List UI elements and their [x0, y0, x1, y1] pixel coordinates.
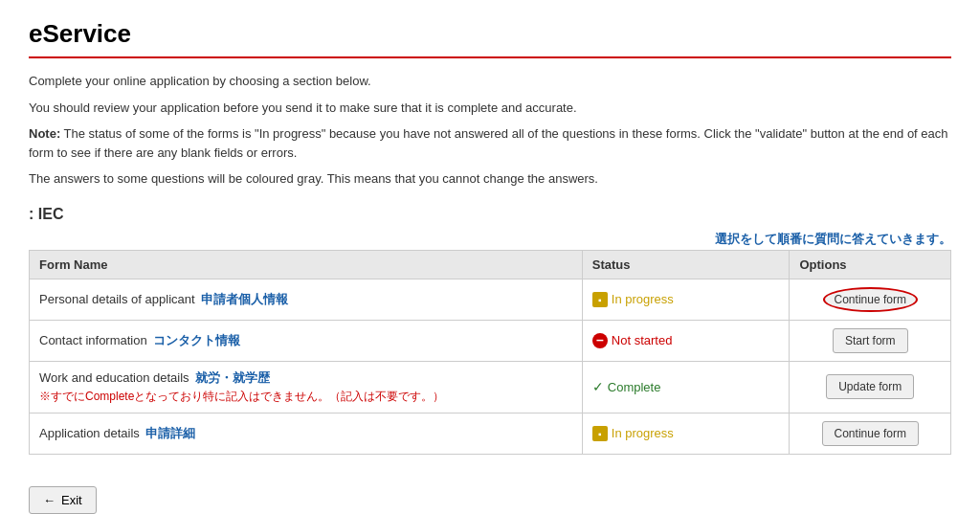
- col-header-options: Options: [790, 250, 951, 279]
- status-cell: ✓ Complete: [582, 361, 790, 413]
- page-title: eService: [29, 19, 951, 58]
- form-action-button[interactable]: Start form: [833, 328, 908, 353]
- col-header-status: Status: [582, 250, 790, 279]
- status-label: In progress: [612, 292, 674, 306]
- status-icon-inprogress: ▪: [592, 426, 608, 441]
- table-row: Work and education details就労・就学歴※すでにComp…: [30, 361, 951, 413]
- status-badge: ▪ In progress: [592, 426, 780, 441]
- form-name-cell: Work and education details就労・就学歴※すでにComp…: [30, 361, 583, 413]
- continue-form-button-highlighted[interactable]: Continue form: [823, 287, 918, 312]
- status-badge: ▪ In progress: [592, 292, 780, 307]
- form-name-jp: 申請者個人情報: [201, 292, 288, 306]
- status-badge: – Not started: [592, 333, 780, 348]
- status-icon-inprogress: ▪: [592, 292, 608, 307]
- form-name-cell: Contact informationコンタクト情報: [30, 320, 583, 361]
- status-badge: ✓ Complete: [592, 379, 780, 394]
- form-name-en: Personal details of applicant: [39, 292, 195, 306]
- status-icon-complete: ✓: [592, 379, 604, 394]
- grey-note: The answers to some questions will be co…: [29, 169, 951, 189]
- note-label: Note:: [29, 126, 60, 141]
- table-row: Contact informationコンタクト情報 – Not started…: [30, 320, 951, 361]
- exit-label: Exit: [61, 493, 82, 507]
- status-label: Not started: [612, 333, 673, 347]
- form-action-button[interactable]: Update form: [826, 374, 914, 399]
- status-label: In progress: [612, 426, 674, 440]
- status-icon-notstarted: –: [592, 333, 608, 348]
- status-label: Complete: [608, 380, 661, 394]
- form-name-jp: コンタクト情報: [153, 333, 240, 347]
- form-name-en: Work and education details: [39, 370, 189, 385]
- section-title: : IEC: [29, 206, 951, 223]
- intro-text-2: You should review your application befor…: [29, 99, 951, 118]
- form-name-jp: 就労・就学歴: [195, 370, 270, 385]
- forms-table: Form Name Status Options Personal detail…: [29, 250, 951, 455]
- form-name-cell: Personal details of applicant申請者個人情報: [30, 279, 583, 320]
- intro-text-1: Complete your online application by choo…: [29, 72, 951, 91]
- status-cell: – Not started: [582, 320, 790, 361]
- form-name-jp: 申請詳細: [145, 426, 195, 440]
- form-name-cell: Application details申請詳細: [30, 413, 583, 454]
- exit-arrow-icon: ←: [43, 493, 56, 507]
- note-body: The status of some of the forms is "In p…: [29, 126, 948, 160]
- table-row: Personal details of applicant申請者個人情報 ▪ I…: [30, 279, 951, 320]
- options-cell: Continue form: [790, 279, 951, 320]
- instruction-hint: 選択をして順番に質問に答えていきます。: [29, 231, 951, 248]
- status-cell: ▪ In progress: [582, 413, 790, 454]
- form-name-en: Contact information: [39, 333, 147, 347]
- options-cell: Start form: [790, 320, 951, 361]
- note-text: Note: The status of some of the forms is…: [29, 124, 951, 162]
- exit-button[interactable]: ← Exit: [29, 486, 97, 514]
- options-cell: Update form: [790, 361, 951, 413]
- status-cell: ▪ In progress: [582, 279, 790, 320]
- options-cell: Continue form: [790, 413, 951, 454]
- form-name-en: Application details: [39, 426, 140, 440]
- form-note-jp: ※すでにCompleteとなっており特に記入はできません。（記入は不要です。）: [39, 389, 572, 405]
- col-header-form-name: Form Name: [30, 250, 583, 279]
- table-row: Application details申請詳細 ▪ In progress Co…: [30, 413, 951, 454]
- form-action-button[interactable]: Continue form: [822, 421, 919, 446]
